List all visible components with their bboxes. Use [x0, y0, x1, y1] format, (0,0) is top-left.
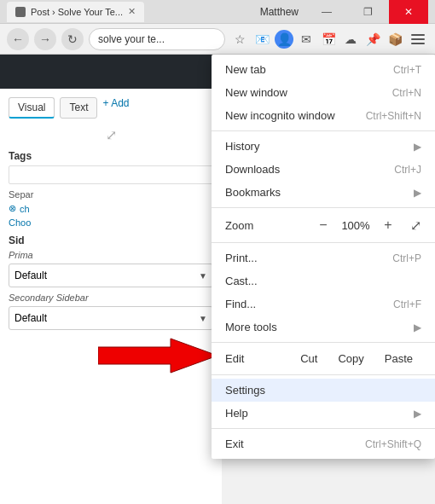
menu-item-history-label: History [225, 140, 259, 153]
primary-select[interactable]: Default ▼ [9, 264, 213, 287]
zoom-value: 100% [340, 219, 371, 232]
menu-item-downloads[interactable]: Downloads Ctrl+J [212, 158, 435, 181]
extension3-icon[interactable]: 📅 [319, 30, 338, 49]
menu-item-bookmarks[interactable]: Bookmarks ▶ [212, 181, 435, 204]
extension5-icon[interactable]: 📌 [363, 30, 382, 49]
sidebar-label: Sid [9, 235, 213, 246]
menu-item-cast[interactable]: Cast... [212, 269, 435, 293]
menu-item-settings[interactable]: Settings [212, 379, 435, 402]
divider-3 [212, 242, 435, 243]
zoom-row: Zoom − 100% + ⤢ [212, 211, 435, 239]
zoom-label: Zoom [225, 219, 313, 232]
menu-item-downloads-label: Downloads [225, 163, 280, 176]
cut-button[interactable]: Cut [292, 350, 326, 368]
text-tab[interactable]: Text [60, 97, 97, 119]
menu-item-new-window[interactable]: New window Ctrl+N [212, 81, 435, 104]
menu-item-downloads-shortcut: Ctrl+J [394, 164, 421, 176]
edit-row: Edit Cut Copy Paste [212, 346, 435, 371]
bookmarks-submenu-icon: ▶ [414, 187, 421, 199]
zoom-minus-button[interactable]: − [313, 215, 334, 235]
menu-item-find-label: Find... [225, 298, 256, 310]
star-icon[interactable]: ☆ [230, 30, 249, 49]
choose-link[interactable]: Choo [9, 217, 213, 228]
editor-buttons: Visual Text + Add [9, 97, 213, 119]
chrome-menu-button[interactable] [408, 28, 428, 50]
tags-input[interactable] [9, 165, 213, 184]
menu-line2 [411, 38, 425, 40]
menu-item-cast-label: Cast... [225, 275, 258, 287]
menu-item-print-shortcut: Ctrl+P [392, 252, 421, 264]
menu-item-help[interactable]: Help ▶ [212, 402, 435, 425]
refresh-button[interactable]: ↻ [61, 28, 84, 50]
zoom-fullscreen-button[interactable]: ⤢ [410, 217, 421, 234]
check-icon: ⊗ [9, 203, 16, 214]
red-arrow [98, 334, 218, 377]
fullscreen-icon[interactable]: ⤢ [9, 127, 213, 143]
menu-item-more-tools[interactable]: More tools ▶ [212, 316, 435, 339]
secondary-select-arrow-icon: ▼ [199, 314, 207, 323]
tags-label: Tags [9, 150, 213, 162]
menu-item-new-tab[interactable]: New tab Ctrl+T [212, 58, 435, 81]
divider-6 [212, 428, 435, 429]
user-name: Matthew [253, 6, 305, 18]
browser-toolbar: ← → ↻ solve your te... ☆ 📧 👤 ✉ 📅 ☁ 📌 📦 [0, 24, 435, 55]
menu-item-new-window-label: New window [225, 86, 287, 99]
forward-button[interactable]: → [34, 28, 56, 50]
menu-item-exit-label: Exit [225, 437, 244, 450]
paste-button[interactable]: Paste [376, 350, 421, 368]
address-bar[interactable]: solve your te... [89, 28, 225, 50]
page-header [0, 55, 222, 89]
page-content: Visual Text + Add ⤢ Tags Separ ⊗ ch Choo… [0, 55, 222, 504]
copy-button[interactable]: Copy [329, 350, 372, 368]
menu-item-new-incognito-shortcut: Ctrl+Shift+N [366, 110, 421, 122]
account-icon[interactable]: 👤 [275, 30, 293, 49]
chrome-dropdown-menu: New tab Ctrl+T New window Ctrl+N New inc… [212, 55, 435, 459]
divider-2 [212, 207, 435, 208]
menu-item-find-shortcut: Ctrl+F [393, 298, 421, 310]
window-controls: Matthew — ❐ ✕ [253, 0, 428, 24]
browser-tab[interactable]: Post › Solve Your Te... ✕ [7, 2, 144, 22]
menu-item-exit-shortcut: Ctrl+Shift+Q [365, 438, 421, 450]
check-label: ch [20, 204, 30, 214]
address-text: solve your te... [98, 33, 165, 45]
select-arrow-icon: ▼ [199, 271, 207, 281]
title-bar: Post › Solve Your Te... ✕ Matthew — ❐ ✕ [0, 0, 435, 24]
close-button[interactable]: ✕ [389, 0, 428, 24]
extension4-icon[interactable]: ☁ [341, 30, 360, 49]
secondary-label: Secondary Sidebar [9, 293, 213, 303]
add-button[interactable]: + Add [102, 97, 129, 119]
menu-item-exit[interactable]: Exit Ctrl+Shift+Q [212, 432, 435, 455]
history-submenu-icon: ▶ [414, 141, 421, 153]
menu-item-help-label: Help [225, 407, 248, 420]
extension2-icon[interactable]: ✉ [297, 30, 316, 49]
menu-item-new-incognito-label: New incognito window [225, 109, 335, 122]
tab-close-button[interactable]: ✕ [128, 6, 136, 17]
menu-item-print[interactable]: Print... Ctrl+P [212, 246, 435, 269]
edit-actions: Cut Copy Paste [292, 350, 421, 368]
menu-item-new-tab-shortcut: Ctrl+T [393, 64, 421, 76]
restore-button[interactable]: ❐ [348, 0, 387, 24]
more-tools-submenu-icon: ▶ [414, 322, 421, 333]
menu-item-new-tab-label: New tab [225, 63, 266, 76]
menu-item-history[interactable]: History ▶ [212, 135, 435, 158]
tab-favicon [15, 7, 26, 17]
zoom-plus-button[interactable]: + [378, 215, 398, 235]
divider-4 [212, 342, 435, 343]
extension6-icon[interactable]: 📦 [386, 30, 404, 49]
visual-tab[interactable]: Visual [9, 97, 55, 119]
separate-text: Separ [9, 189, 213, 200]
menu-item-find[interactable]: Find... Ctrl+F [212, 293, 435, 316]
minimize-button[interactable]: — [307, 0, 346, 24]
zoom-controls: − 100% + ⤢ [313, 215, 421, 235]
help-submenu-icon: ▶ [414, 408, 421, 420]
extension1-icon[interactable]: 📧 [252, 30, 271, 49]
toolbar-icons: ☆ 📧 👤 ✉ 📅 ☁ 📌 📦 [230, 28, 428, 50]
back-button[interactable]: ← [7, 28, 29, 50]
menu-line3 [411, 43, 425, 44]
menu-item-more-tools-label: More tools [225, 321, 277, 333]
menu-item-print-label: Print... [225, 252, 258, 264]
secondary-select[interactable]: Default ▼ [9, 306, 213, 330]
edit-label: Edit [225, 352, 292, 365]
menu-item-new-incognito[interactable]: New incognito window Ctrl+Shift+N [212, 104, 435, 127]
menu-item-bookmarks-label: Bookmarks [225, 186, 281, 199]
